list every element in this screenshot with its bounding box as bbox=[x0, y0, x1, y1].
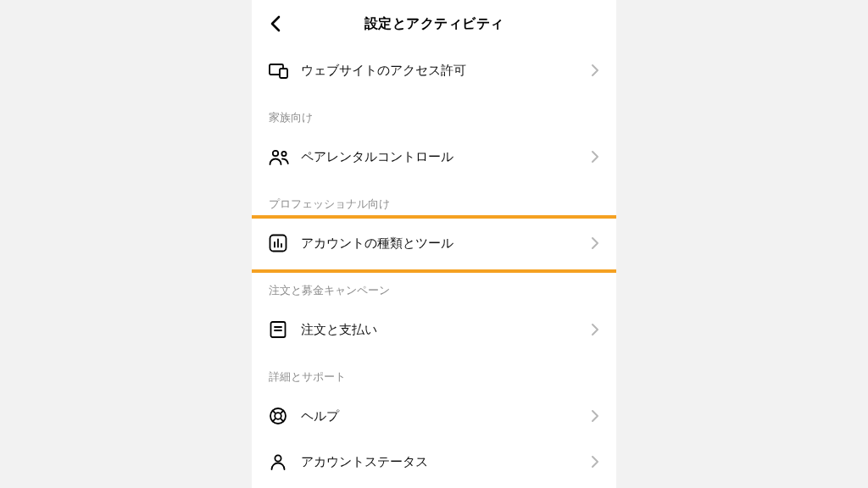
svg-line-14 bbox=[281, 410, 284, 413]
chevron-right-icon bbox=[592, 455, 599, 469]
page-title: 設定とアクティビティ bbox=[364, 15, 504, 33]
row-orders-payments[interactable]: 注文と支払い bbox=[252, 307, 616, 352]
svg-line-15 bbox=[272, 419, 275, 422]
row-label: アカウントの種類とツール bbox=[301, 236, 592, 252]
row-label: アカウントステータス bbox=[301, 454, 592, 470]
row-account-types-tools[interactable]: アカウントの種類とツール bbox=[252, 220, 616, 266]
section-professionals: プロフェッショナル向け bbox=[252, 180, 616, 220]
chevron-right-icon bbox=[592, 236, 599, 250]
person-icon bbox=[269, 452, 292, 472]
svg-line-16 bbox=[281, 419, 284, 422]
row-help[interactable]: ヘルプ bbox=[252, 393, 616, 439]
svg-rect-1 bbox=[280, 69, 287, 78]
section-family: 家族向け bbox=[252, 93, 616, 134]
row-account-status[interactable]: アカウントステータス bbox=[252, 439, 616, 485]
row-label: 注文と支払い bbox=[301, 322, 592, 338]
row-website-permissions[interactable]: ウェブサイトのアクセス許可 bbox=[252, 47, 616, 93]
row-parental-controls[interactable]: ペアレンタルコントロール bbox=[252, 134, 616, 180]
settings-screen: 設定とアクティビティ ウェブサイトのアクセス許可 家族向け ペアレンタルコントロ… bbox=[252, 0, 616, 488]
chevron-right-icon bbox=[592, 150, 599, 164]
chevron-right-icon bbox=[592, 64, 599, 77]
svg-point-17 bbox=[275, 455, 281, 461]
lifebuoy-icon bbox=[269, 406, 292, 426]
svg-point-3 bbox=[281, 152, 286, 156]
row-label: ヘルプ bbox=[301, 408, 592, 424]
svg-rect-8 bbox=[271, 322, 286, 337]
back-button[interactable] bbox=[264, 12, 287, 36]
header-bar: 設定とアクティビティ bbox=[252, 0, 616, 47]
people-icon bbox=[269, 147, 292, 167]
chevron-right-icon bbox=[592, 409, 599, 423]
svg-point-12 bbox=[275, 413, 281, 419]
row-label: ペアレンタルコントロール bbox=[301, 149, 592, 165]
svg-point-2 bbox=[273, 151, 278, 156]
chevron-left-icon bbox=[270, 15, 281, 32]
row-label: ウェブサイトのアクセス許可 bbox=[301, 63, 592, 79]
svg-line-13 bbox=[272, 410, 275, 413]
chart-box-icon bbox=[269, 233, 292, 253]
devices-icon bbox=[269, 60, 292, 80]
chevron-right-icon bbox=[592, 323, 599, 336]
section-details-support: 詳細とサポート bbox=[252, 352, 616, 393]
section-orders-fundraising: 注文と募金キャンペーン bbox=[252, 266, 616, 307]
receipt-icon bbox=[269, 319, 292, 340]
